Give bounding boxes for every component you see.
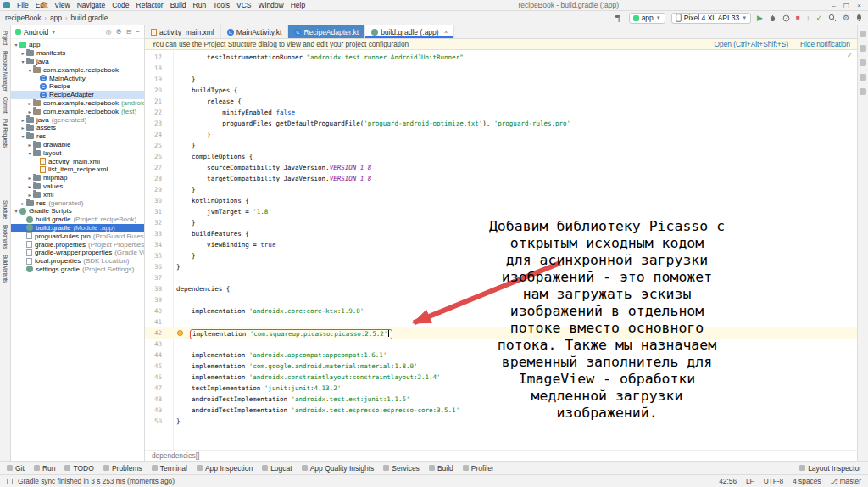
tool-window-button-app-inspection[interactable]: App Inspection bbox=[197, 464, 253, 473]
locate-file-icon[interactable]: ◎ bbox=[105, 28, 111, 36]
tree-item-mainactivity[interactable]: MainActivity bbox=[11, 74, 144, 82]
chevron-right-icon[interactable]: ▸ bbox=[19, 50, 26, 56]
tree-item-mipmap[interactable]: ▸mipmap bbox=[11, 174, 144, 182]
tool-window-switcher-icon[interactable] bbox=[7, 479, 13, 484]
close-button[interactable]: × bbox=[857, 2, 861, 9]
menu-tools[interactable]: Tools bbox=[209, 1, 233, 9]
tree-item-values[interactable]: ▸values bbox=[11, 182, 144, 191]
tree-item-build-gradle-module-app[interactable]: build.gradle(Module :app) bbox=[11, 224, 144, 232]
menu-navigate[interactable]: Navigate bbox=[74, 1, 109, 9]
tool-window-button-build-variants[interactable]: Build Variants bbox=[3, 255, 8, 283]
tool-window-button-app-quality-insights[interactable]: App Quality Insights bbox=[302, 464, 375, 473]
code-line-31[interactable]: 31 jvmTarget = '1.8' bbox=[145, 206, 857, 217]
code-line-25[interactable]: 25 } bbox=[145, 140, 857, 151]
tool-window-button-bookmarks[interactable]: Bookmarks bbox=[3, 225, 8, 249]
notifications-bell-icon[interactable] bbox=[855, 14, 863, 22]
debug-icon[interactable] bbox=[769, 14, 776, 22]
git-update-icon[interactable]: ↓ bbox=[806, 14, 810, 22]
menu-code[interactable]: Code bbox=[108, 1, 132, 9]
chevron-right-icon[interactable]: ▸ bbox=[26, 100, 33, 106]
device-manager-icon[interactable] bbox=[860, 59, 866, 66]
chevron-down-icon[interactable]: ▾ bbox=[26, 67, 33, 73]
tool-window-button-run[interactable]: Run bbox=[34, 464, 56, 473]
code-line-24[interactable]: 24 } bbox=[145, 129, 857, 140]
menu-help[interactable]: Help bbox=[287, 1, 309, 9]
tree-item-com-example-recipebook[interactable]: ▾com.example.recipebook bbox=[11, 65, 144, 74]
menu-file[interactable]: File bbox=[14, 1, 32, 9]
indent-style[interactable]: 4 spaces bbox=[793, 477, 821, 485]
line-separator[interactable]: LF bbox=[746, 477, 754, 485]
tree-item-app[interactable]: ▾app bbox=[11, 41, 144, 49]
tool-window-button-profiler[interactable]: Profiler bbox=[463, 464, 494, 473]
close-tab-icon[interactable]: × bbox=[444, 28, 448, 36]
search-icon[interactable] bbox=[828, 14, 837, 22]
tree-item-com-example-recipebook-androidtest[interactable]: ▸com.example.recipebook(androidTest) bbox=[11, 99, 144, 108]
tree-item-res-generated[interactable]: ▸res(generated) bbox=[11, 199, 144, 207]
code-line-26[interactable]: 26 compileOptions { bbox=[145, 151, 857, 162]
tool-window-button-services[interactable]: Services bbox=[383, 464, 420, 473]
tree-item-proguard-rules-pro-proguard-rules-for-app[interactable]: proguard-rules.pro(ProGuard Rules for "a… bbox=[11, 232, 144, 240]
tool-window-button-pull-requests[interactable]: Pull Requests bbox=[3, 119, 8, 148]
tree-item-build-gradle-project-recipebook[interactable]: build.gradle(Project: recipeBook) bbox=[11, 216, 144, 224]
tab-activity-main-xml[interactable]: activity_main.xml bbox=[145, 25, 221, 38]
tree-item-java-generated[interactable]: ▸java(generated) bbox=[11, 115, 144, 124]
project-view-header[interactable]: Android ▼ ◎ ⚙ ⊟ − bbox=[11, 25, 144, 39]
menu-vcs[interactable]: VCS bbox=[233, 1, 254, 9]
chevron-right-icon[interactable]: ▸ bbox=[19, 125, 26, 131]
tab-build-gradle-app[interactable]: build.gradle (:app)× bbox=[365, 25, 454, 38]
tree-item-drawable[interactable]: ▸drawable bbox=[11, 141, 144, 149]
tree-item-gradle-properties-project-properties[interactable]: gradle.properties(Project Properties) bbox=[11, 240, 144, 249]
tree-item-res[interactable]: ▾res bbox=[11, 132, 144, 141]
caret-position[interactable]: 42:56 bbox=[719, 477, 737, 485]
gradle-icon[interactable] bbox=[860, 45, 866, 52]
collapse-all-icon[interactable]: ⊟ bbox=[126, 28, 132, 36]
tree-item-gradle-scripts[interactable]: ▾Gradle Scripts bbox=[11, 207, 144, 216]
breadcrumb-build-gradle[interactable]: build.gradle bbox=[70, 14, 108, 22]
menu-refactor[interactable]: Refactor bbox=[133, 1, 167, 9]
open-project-structure-link[interactable]: Open (Ctrl+Alt+Shift+S) bbox=[715, 40, 788, 48]
tree-item-java[interactable]: ▾java bbox=[11, 58, 144, 66]
code-line-28[interactable]: 28 targetCompatibility JavaVersion.VERSI… bbox=[145, 173, 857, 184]
chevron-right-icon[interactable]: ▸ bbox=[26, 175, 33, 181]
running-devices-icon[interactable] bbox=[860, 74, 866, 81]
code-line-20[interactable]: 20 buildTypes { bbox=[145, 85, 857, 96]
tool-window-button-git[interactable]: Git bbox=[7, 464, 25, 473]
code-editor[interactable]: 17 testInstrumentationRunner "androidx.t… bbox=[145, 50, 857, 450]
menu-build[interactable]: Build bbox=[167, 1, 190, 9]
profiler-icon[interactable] bbox=[782, 14, 790, 22]
tool-window-button-layout-inspector[interactable]: Layout Inspector bbox=[799, 464, 861, 473]
stop-button[interactable]: ■ bbox=[796, 14, 800, 21]
chevron-right-icon[interactable]: ▸ bbox=[26, 109, 33, 115]
tree-item-activity-main-xml[interactable]: activity_main.xml bbox=[11, 157, 144, 165]
panel-settings-gear-icon[interactable]: ⚙ bbox=[115, 28, 121, 36]
tree-item-assets[interactable]: ▸assets bbox=[11, 124, 144, 132]
chevron-right-icon[interactable]: ▸ bbox=[26, 183, 33, 189]
code-line-29[interactable]: 29 } bbox=[145, 184, 857, 195]
tree-item-list-item-recipe-xml[interactable]: list_item_recipe.xml bbox=[11, 165, 144, 174]
breadcrumb-recipebook[interactable]: recipeBook bbox=[5, 14, 42, 22]
tool-window-button-structure[interactable]: Structure bbox=[3, 200, 8, 219]
chevron-down-icon[interactable]: ▾ bbox=[13, 208, 19, 214]
tree-item-manifests[interactable]: ▸manifests bbox=[11, 49, 144, 58]
hide-panel-icon[interactable]: − bbox=[136, 28, 140, 36]
emulator-icon[interactable] bbox=[860, 88, 866, 95]
code-line-30[interactable]: 30 kotlinOptions { bbox=[145, 195, 857, 206]
tree-item-gradle-wrapper-properties-gradle-version[interactable]: gradle-wrapper.properties(Gradle Version… bbox=[11, 249, 144, 257]
file-encoding[interactable]: UTF-8 bbox=[764, 477, 784, 485]
menu-view[interactable]: View bbox=[51, 1, 73, 9]
minimize-button[interactable]: – bbox=[832, 2, 835, 9]
run-button[interactable]: ▶ bbox=[757, 14, 763, 22]
menu-run[interactable]: Run bbox=[190, 1, 210, 9]
tree-item-layout[interactable]: ▾layout bbox=[11, 148, 144, 157]
code-line-17[interactable]: 17 testInstrumentationRunner "androidx.t… bbox=[145, 52, 857, 63]
editor-breadcrumb[interactable]: dependencies[] bbox=[152, 451, 199, 460]
chevron-right-icon[interactable]: ▸ bbox=[19, 200, 26, 206]
intention-bulb-icon[interactable] bbox=[177, 330, 183, 336]
chevron-right-icon[interactable]: ▸ bbox=[19, 117, 26, 123]
chevron-right-icon[interactable]: ▸ bbox=[26, 192, 33, 198]
tool-window-button-build[interactable]: Build bbox=[429, 464, 453, 473]
git-commit-icon[interactable]: ✓ bbox=[815, 14, 822, 22]
code-line-27[interactable]: 27 sourceCompatibility JavaVersion.VERSI… bbox=[145, 162, 857, 173]
tool-window-button-todo[interactable]: TODO bbox=[64, 464, 93, 473]
menu-edit[interactable]: Edit bbox=[32, 1, 52, 9]
